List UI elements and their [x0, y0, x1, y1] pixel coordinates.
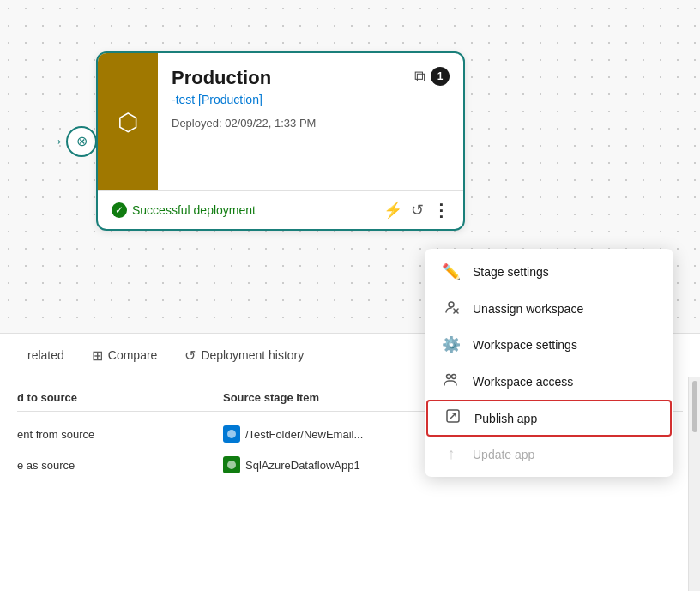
tab-related[interactable]: related	[14, 336, 78, 374]
deployed-date: 02/09/22, 1:33 PM	[225, 117, 316, 130]
card-top: ⬡ Production ⧉ 1 -test [Production] Depl…	[98, 53, 463, 190]
col-header-2: Source stage item	[223, 391, 395, 404]
svg-point-1	[227, 430, 236, 438]
success-text: Successful deployment	[132, 203, 256, 217]
pencil-icon: ✏️	[442, 262, 461, 281]
cell-text-2-2: SqlAzureDataflowApp1	[245, 459, 360, 472]
more-options-icon[interactable]: ⋮	[432, 200, 450, 220]
table-cell-2-2: SqlAzureDataflowApp1	[223, 456, 395, 473]
workspace-access-label: Workspace access	[473, 375, 573, 389]
card-header-icons: ⧉ 1	[414, 67, 450, 86]
arrow-icon: →	[47, 131, 64, 151]
menu-item-workspace-access[interactable]: Workspace access	[425, 363, 673, 400]
stage-settings-label: Stage settings	[473, 265, 549, 279]
compare-icon: ⊞	[92, 347, 103, 364]
card-action-icons: ⚡ ↺ ⋮	[383, 200, 450, 220]
card-header: Production ⧉ 1	[172, 67, 450, 89]
badge-count: 1	[431, 67, 450, 86]
card-bottom: ✓ Successful deployment ⚡ ↺ ⋮	[98, 190, 463, 229]
cell-icon-2	[223, 456, 240, 473]
success-label: ✓ Successful deployment	[112, 202, 256, 218]
scrollbar[interactable]	[688, 377, 700, 591]
cell-icon-1	[223, 425, 240, 443]
publish-icon	[444, 408, 462, 428]
deployment-history-icon: ↺	[184, 347, 196, 364]
tab-related-label: related	[27, 348, 64, 362]
cell-text-1-1: ent from source	[17, 428, 94, 441]
tab-compare[interactable]: ⊞ Compare	[78, 335, 172, 376]
cell-text-2-1: e as source	[17, 459, 75, 472]
card-subtitle: -test [Production]	[172, 93, 450, 106]
lightning-icon[interactable]: ⚡	[383, 201, 402, 220]
main-area: → ⊗ ⬡ Production ⧉ 1	[0, 0, 700, 591]
menu-item-workspace-settings[interactable]: ⚙️ Workspace settings	[425, 327, 673, 363]
deployed-label: Deployed:	[172, 117, 225, 130]
card-title: Production	[172, 67, 271, 89]
workspace-settings-label: Workspace settings	[473, 338, 577, 352]
arrow-connector: → ⊗	[47, 126, 96, 157]
tab-deployment-history[interactable]: ↺ Deployment history	[171, 335, 317, 376]
col-header-1: d to source	[17, 391, 189, 404]
card-sidebar: ⬡	[98, 53, 158, 190]
card-deployed-info: Deployed: 02/09/22, 1:33 PM	[172, 117, 450, 130]
table-cell-2-1: e as source	[17, 459, 189, 472]
tab-compare-label: Compare	[108, 348, 158, 362]
svg-point-6	[447, 375, 451, 379]
unassign-workspace-label: Unassign workspace	[473, 302, 583, 316]
gear-icon: ⚙️	[442, 335, 461, 354]
success-dot-icon: ✓	[112, 202, 127, 218]
copy-icon[interactable]: ⧉	[414, 68, 425, 86]
workspace-icon: ⬡	[118, 108, 138, 136]
context-menu: ✏️ Stage settings Unassign workspace ⚙️ …	[425, 249, 673, 477]
target-circle-icon: ⊗	[66, 126, 97, 157]
table-cell-1-1: ent from source	[17, 428, 189, 441]
publish-app-label: Publish app	[474, 412, 537, 425]
card-wrapper: → ⊗ ⬡ Production ⧉ 1	[47, 51, 465, 231]
scrollbar-thumb[interactable]	[692, 381, 697, 432]
svg-point-3	[449, 302, 454, 307]
cell-text-1-2: /TestFolder/NewEmail...	[245, 428, 363, 441]
update-icon: ↑	[442, 445, 461, 463]
card-content: Production ⧉ 1 -test [Production] Deploy…	[158, 53, 463, 190]
history-icon[interactable]: ↺	[411, 201, 424, 220]
svg-point-2	[227, 461, 236, 469]
table-cell-1-2: /TestFolder/NewEmail...	[223, 425, 395, 443]
menu-item-unassign-workspace[interactable]: Unassign workspace	[425, 290, 673, 327]
production-card: ⬡ Production ⧉ 1 -test [Production] Depl…	[96, 51, 465, 231]
tab-history-label: Deployment history	[201, 348, 304, 362]
unassign-icon	[442, 299, 461, 318]
update-app-label: Update app	[473, 448, 534, 461]
people-icon	[442, 371, 461, 391]
menu-item-update-app: ↑ Update app	[425, 437, 673, 472]
svg-point-7	[452, 375, 456, 379]
menu-item-stage-settings[interactable]: ✏️ Stage settings	[425, 254, 673, 290]
menu-item-publish-app[interactable]: Publish app	[426, 400, 672, 437]
